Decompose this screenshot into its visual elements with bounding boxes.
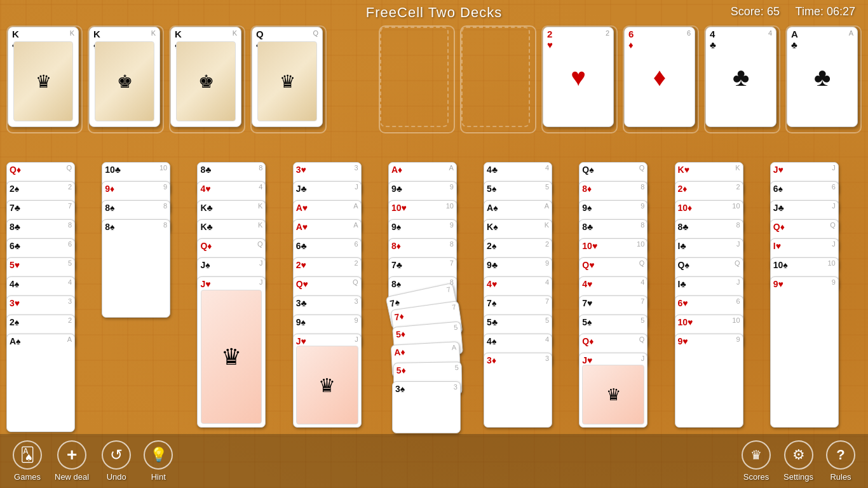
top-area: K♣ K ♛ K♠ K ♚ K♠ K ♚ Q♣ Q ♛ 2♥ <box>6 25 862 152</box>
undo-icon: ↺ <box>102 440 131 470</box>
hint-icon: 💡 <box>144 440 173 470</box>
foundation-empty-1[interactable] <box>379 25 455 133</box>
score-time: Score: 65 Time: 06:27 <box>731 5 855 18</box>
new-deal-icon: + <box>57 440 86 470</box>
column-4[interactable]: 3♥3 J♣J A♥A A♥A 6♣6 2♥2 Q♥Q 3♣3 9♠9 J♥J♛ <box>293 162 384 431</box>
freecell-4[interactable]: Q♣ Q ♛ <box>250 25 327 133</box>
column-8[interactable]: K♥K 2♦2 10♦10 8♣8 I♣J Q♠Q I♣J 6♥6 10♥10 … <box>675 162 766 431</box>
time-label: Time: <box>796 5 824 18</box>
column-3[interactable]: 8♣8 4♥4 K♣K K♣K Q♦Q J♠J J♥J♛ <box>197 162 288 431</box>
undo-label: Undo <box>107 472 126 482</box>
toolbar: 🂡 Games + New deal ↺ Undo 💡 Hint ♛ Score… <box>0 434 868 488</box>
scores-button[interactable]: ♛ Scores <box>742 440 771 482</box>
foundation-1[interactable]: 2♥ 2 ♥ <box>541 25 618 133</box>
settings-label: Settings <box>783 472 813 482</box>
header: FreeCell Two Decks Score: 65 Time: 06:27 <box>0 0 868 25</box>
column-5[interactable]: A♦A 9♣9 10♥10 9♠9 8♦8 7♣7 8♠8 7♠7 7♦7 5♦… <box>388 162 480 431</box>
time-value: 06:27 <box>827 5 855 18</box>
column-6[interactable]: 4♣4 5♠5 A♠A K♠K 2♠2 9♣9 4♥4 7♠7 5♣5 4♠4 … <box>484 162 575 431</box>
undo-button[interactable]: ↺ Undo <box>102 440 131 482</box>
foundation-4[interactable]: A♣ A ♣ <box>785 25 862 133</box>
freecell-1[interactable]: K♣ K ♛ <box>6 25 83 133</box>
game-columns: Q♦Q 2♠2 7♣7 8♣8 6♣6 5♥5 4♠4 3♥3 2♠2 A♠A … <box>6 162 862 431</box>
foundation-2[interactable]: 6♦ 6 ♦ <box>623 25 699 133</box>
new-deal-button[interactable]: + New deal <box>55 440 89 482</box>
hint-button[interactable]: 💡 Hint <box>144 440 173 482</box>
foundation-empty-2[interactable] <box>460 25 536 133</box>
game-title: FreeCell Two Decks <box>366 4 502 21</box>
score-value: 65 <box>767 5 780 18</box>
column-2[interactable]: 10♣10 9♦9 8♠8 8♠8 <box>102 162 193 431</box>
freecell-2[interactable]: K♠ K ♚ <box>88 25 164 133</box>
column-9[interactable]: J♥J 6♠6 J♣J Q♦Q I♥J 10♠10 9♥9 <box>770 162 862 431</box>
column-7[interactable]: Q♠Q 8♦8 9♠9 8♣8 10♥10 Q♥Q 4♥4 7♥7 5♠5 Q♦… <box>579 162 670 431</box>
rules-icon: ? <box>826 440 855 470</box>
freecell-3[interactable]: K♠ K ♚ <box>169 25 245 133</box>
settings-button[interactable]: ⚙ Settings <box>783 440 813 482</box>
toolbar-left: 🂡 Games + New deal ↺ Undo 💡 Hint <box>0 440 173 482</box>
scores-icon: ♛ <box>742 440 771 470</box>
column-1[interactable]: Q♦Q 2♠2 7♣7 8♣8 6♣6 5♥5 4♠4 3♥3 2♠2 A♠A <box>6 162 98 431</box>
hint-label: Hint <box>151 472 166 482</box>
toolbar-right: ♛ Scores ⚙ Settings ? Rules <box>742 440 868 482</box>
settings-icon: ⚙ <box>784 440 813 470</box>
new-deal-label: New deal <box>55 472 89 482</box>
foundation-3[interactable]: 4♣ 4 ♣ <box>704 25 780 133</box>
games-icon: 🂡 <box>13 440 42 470</box>
rules-button[interactable]: ? Rules <box>826 440 855 482</box>
games-label: Games <box>14 472 41 482</box>
scores-label: Scores <box>743 472 769 482</box>
score-label: Score: <box>731 5 764 18</box>
rules-label: Rules <box>830 472 851 482</box>
games-button[interactable]: 🂡 Games <box>13 440 42 482</box>
